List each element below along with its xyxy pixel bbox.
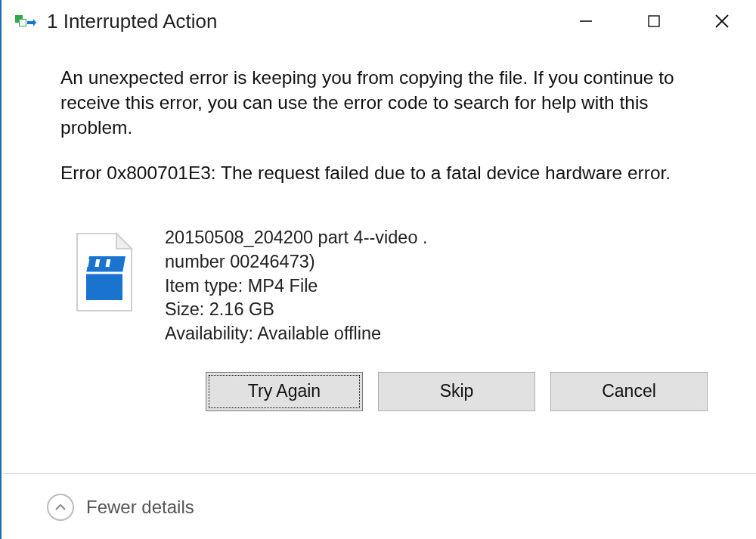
titlebar: 1 Interrupted Action — [2, 0, 756, 42]
try-again-button[interactable]: Try Again — [206, 372, 363, 411]
maximize-button[interactable] — [620, 0, 688, 42]
dialog-content: An unexpected error is keeping you from … — [2, 42, 756, 411]
svg-marker-10 — [86, 256, 125, 273]
details-toggle-label: Fewer details — [86, 497, 194, 518]
error-code-line: Error 0x800701E3: The request failed due… — [60, 163, 711, 184]
skip-button[interactable]: Skip — [378, 372, 535, 411]
svg-rect-9 — [86, 273, 122, 300]
file-name-line2: number 00246473) — [165, 250, 428, 274]
file-type: Item type: MP4 File — [165, 274, 428, 299]
maximize-icon — [647, 14, 661, 28]
svg-rect-4 — [649, 16, 659, 26]
dialog-window: 1 Interrupted Action An unexpected erro — [0, 0, 756, 539]
close-button[interactable] — [688, 0, 756, 42]
window-controls — [552, 0, 756, 42]
action-button-row: Try Again Skip Cancel — [60, 372, 711, 411]
svg-marker-8 — [116, 234, 132, 249]
minimize-icon — [578, 14, 593, 29]
dialog-title: 1 Interrupted Action — [47, 10, 552, 33]
file-availability: Availability: Available offline — [165, 322, 428, 346]
close-icon — [714, 13, 730, 29]
file-info-row: 20150508_204200 part 4--video . number 0… — [70, 226, 711, 346]
file-name-line1: 20150508_204200 part 4--video . — [165, 226, 428, 250]
video-file-icon — [70, 231, 142, 314]
file-size: Size: 2.16 GB — [165, 298, 428, 322]
error-description: An unexpected error is keeping you from … — [60, 65, 711, 140]
divider — [3, 473, 756, 474]
svg-rect-2 — [20, 20, 26, 26]
copy-interrupt-icon — [15, 14, 36, 29]
cancel-button[interactable]: Cancel — [550, 372, 708, 411]
file-metadata: 20150508_204200 part 4--video . number 0… — [165, 226, 428, 346]
minimize-button[interactable] — [552, 0, 620, 42]
chevron-up-icon — [47, 494, 74, 521]
details-toggle[interactable]: Fewer details — [47, 494, 194, 521]
